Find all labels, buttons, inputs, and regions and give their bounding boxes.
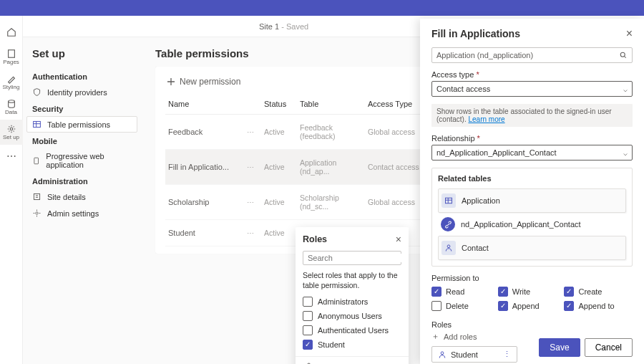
sidebar-item-pwa[interactable]: Progressive web application: [26, 148, 137, 173]
person-icon: [441, 241, 456, 255]
roles-search[interactable]: [303, 251, 401, 265]
related-item[interactable]: Application: [438, 188, 626, 213]
roles-popover: Roles × Select roles that apply to the t…: [296, 227, 409, 364]
permission-checkbox[interactable]: Append to: [564, 299, 630, 313]
row-more[interactable]: ⋯: [244, 115, 261, 150]
plus-icon: [167, 77, 175, 86]
role-option[interactable]: Administrators: [303, 294, 401, 309]
permission-checkbox[interactable]: Read: [431, 284, 498, 299]
svg-rect-4: [34, 158, 39, 164]
permission-checkbox[interactable]: Create: [564, 284, 630, 299]
sidebar-item-label: Site details: [47, 193, 86, 201]
rail-pages[interactable]: Pages: [0, 44, 23, 70]
sidebar-item-site-details[interactable]: Site details: [26, 188, 137, 205]
role-pill-more[interactable]: ⋮: [503, 350, 511, 359]
roles-description: Select roles that apply to the table per…: [296, 269, 409, 294]
svg-rect-9: [446, 198, 452, 203]
svg-rect-0: [8, 50, 14, 58]
checkbox[interactable]: [303, 311, 313, 321]
checkbox[interactable]: [498, 287, 508, 297]
chevron-down-icon: ⌵: [623, 85, 628, 93]
gear-icon: [32, 209, 42, 218]
checkbox[interactable]: [564, 301, 574, 311]
section-security: Security: [26, 100, 137, 116]
search-icon: [619, 51, 628, 59]
link-icon: [441, 217, 455, 231]
relationship-label: Relationship *: [431, 134, 633, 143]
checkbox[interactable]: [431, 287, 441, 297]
sidebar-item-identity-providers[interactable]: Identity providers: [26, 84, 137, 100]
svg-point-2: [10, 128, 13, 130]
app-topbar: [0, 0, 644, 16]
site-name: Site 1: [259, 22, 279, 31]
role-pill-student[interactable]: Student ⋮: [431, 346, 517, 363]
checkbox[interactable]: [431, 301, 441, 311]
checkbox[interactable]: [498, 301, 508, 311]
related-item: nd_Application_Applicant_Contact: [438, 213, 626, 236]
nav-rail: Pages Styling Data Set up ⋯: [0, 16, 23, 364]
roles-popover-title: Roles: [303, 234, 327, 244]
col-status[interactable]: Status: [261, 94, 297, 115]
panel-title: Fill in Applications: [431, 28, 520, 39]
sidebar-item-label: Table permissions: [47, 120, 110, 129]
sidebar-item-label: Progressive web application: [46, 152, 132, 169]
col-access[interactable]: Access Type: [365, 94, 426, 115]
roles-popover-close[interactable]: ×: [396, 234, 401, 245]
table-input[interactable]: Application (nd_application): [431, 47, 633, 63]
roles-search-input[interactable]: [308, 254, 406, 262]
role-option[interactable]: Authenticated Users: [303, 323, 401, 337]
relationship-select[interactable]: nd_Application_Applicant_Contact ⌵: [431, 145, 633, 161]
sidebar: Set up Authentication Identity providers…: [23, 37, 141, 364]
checkbox[interactable]: [303, 325, 313, 335]
details-icon: [32, 192, 42, 201]
sidebar-item-admin-settings[interactable]: Admin settings: [26, 205, 137, 221]
col-name[interactable]: Name: [165, 94, 244, 115]
checkbox[interactable]: [564, 287, 574, 297]
new-permission-label: New permission: [180, 77, 240, 87]
row-more[interactable]: ⋯: [244, 185, 261, 220]
row-more[interactable]: ⋯: [244, 220, 261, 246]
permission-checkbox[interactable]: Delete: [431, 299, 498, 313]
sidebar-item-table-permissions[interactable]: Table permissions: [26, 116, 137, 133]
row-more[interactable]: ⋯: [244, 150, 261, 185]
svg-point-8: [620, 52, 625, 57]
svg-point-6: [36, 212, 38, 214]
chevron-down-icon: ⌵: [623, 149, 628, 157]
svg-rect-5: [34, 193, 39, 199]
cancel-button[interactable]: Cancel: [585, 338, 633, 357]
rail-home[interactable]: [0, 19, 23, 44]
manage-roles-link[interactable]: Manage roles: [296, 356, 409, 364]
rail-setup[interactable]: Set up: [0, 120, 23, 145]
related-item[interactable]: Contact: [438, 236, 626, 260]
sidebar-item-label: Admin settings: [47, 209, 99, 218]
svg-point-1: [8, 100, 14, 103]
checkbox[interactable]: [303, 340, 313, 350]
permission-to-label: Permission to: [431, 274, 633, 282]
access-hint: Show rows in the table associated to the…: [431, 104, 633, 127]
permission-checkbox[interactable]: Write: [498, 284, 565, 299]
learn-more-link[interactable]: Learn more: [468, 115, 504, 123]
permission-checkbox[interactable]: Append: [498, 299, 565, 313]
panel-close[interactable]: ×: [626, 27, 633, 40]
person-icon: [438, 350, 447, 359]
shield-icon: [32, 87, 42, 97]
col-table[interactable]: Table: [297, 94, 365, 115]
access-type-select[interactable]: Contact access ⌵: [431, 81, 633, 97]
svg-point-11: [441, 351, 444, 354]
role-option[interactable]: Anonymous Users: [303, 309, 401, 323]
rail-styling[interactable]: Styling: [0, 70, 23, 95]
svg-point-10: [447, 245, 450, 248]
svg-rect-3: [34, 121, 41, 127]
rail-data[interactable]: Data: [0, 95, 23, 120]
sidebar-item-label: Identity providers: [47, 88, 107, 97]
sidebar-title: Set up: [26, 44, 137, 68]
save-state: - Saved: [281, 22, 308, 31]
rail-more[interactable]: ⋯: [6, 150, 16, 162]
section-admin: Administration: [26, 173, 137, 188]
page-breadcrumb: Site 1 - Saved: [259, 22, 308, 31]
access-type-label: Access type *: [431, 70, 633, 79]
role-option[interactable]: Student: [303, 337, 401, 352]
save-button[interactable]: Save: [539, 338, 580, 357]
related-title: Related tables: [438, 174, 626, 183]
checkbox[interactable]: [303, 297, 313, 307]
